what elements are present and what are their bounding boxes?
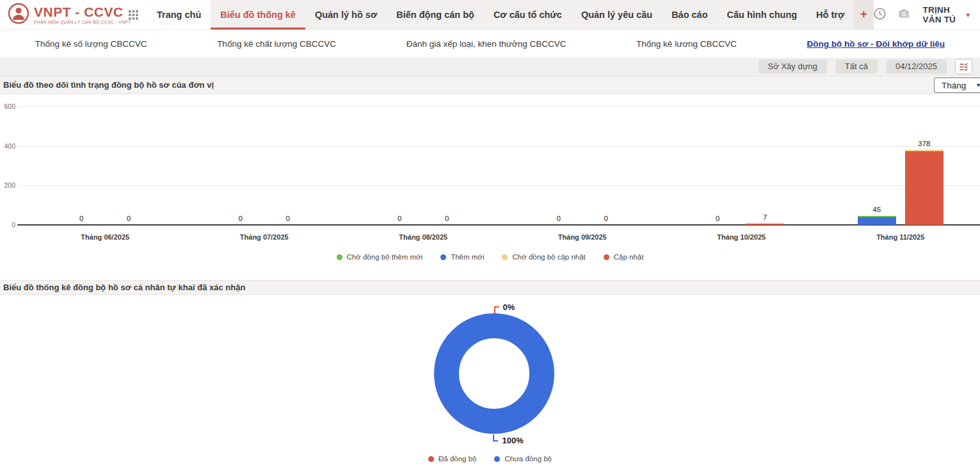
user-area: TRỊNH VĂN TÚ ▾ [874, 0, 980, 29]
bar-value-label: 0 [540, 215, 578, 222]
x-axis-category-label: Tháng 06/2025 [26, 233, 184, 241]
submenu-item-3[interactable]: Thống kê lương CBCCVC [636, 39, 737, 49]
gridline [17, 106, 980, 107]
nav-tab-2[interactable]: Quản lý hồ sơ [305, 0, 387, 29]
submenu-item-2[interactable]: Đánh giá xếp loại, khen thưởng CBCCVC [406, 39, 566, 49]
x-axis-category-label: Tháng 09/2025 [503, 233, 662, 241]
bar-value-label: 45 [858, 206, 896, 213]
bar-value-label: 0 [587, 215, 625, 222]
legend-label: Chờ đồng bộ cập nhật [512, 253, 585, 261]
x-axis-baseline [17, 224, 980, 226]
legend-item: Chưa đồng bộ [494, 455, 552, 463]
legend-item: Cập nhật [604, 253, 644, 261]
bar-segment [858, 217, 896, 225]
y-tick-label: 0 [0, 221, 15, 229]
bar-chart-title: Biểu đồ theo dõi tình trạng đồng bộ hồ s… [3, 80, 214, 90]
legend-item: Đã đồng bộ [428, 455, 476, 463]
x-axis-category-label: Tháng 07/2025 [185, 233, 344, 241]
bar-value-label: 0 [380, 215, 419, 222]
caret-down-icon: ▾ [977, 82, 980, 88]
add-tab-button[interactable]: + [854, 0, 873, 29]
logo-subtitle: PHẦN MỀM QUẢN LÝ CÁN BỘ CCVC - VNPT [34, 20, 131, 24]
nav-tab-8[interactable]: Hỗ trợ [807, 0, 854, 29]
caret-down-icon: ▾ [966, 12, 970, 19]
x-axis-category-label: Tháng 10/2025 [662, 233, 821, 241]
filter-bar: Sở Xây dựng Tất cả 04/12/2025 [0, 58, 980, 76]
legend-color-dot [502, 254, 508, 260]
bar-value-label: 0 [698, 215, 737, 222]
legend-label: Thêm mới [451, 253, 484, 261]
period-select-value: Tháng [942, 81, 966, 90]
legend-item: Chờ đồng bộ thêm mới [337, 253, 423, 261]
self-declared-sync-donut-chart: 0% 100% Đã đồng bộChưa đồng bộ [0, 295, 980, 469]
period-select[interactable]: Tháng ▾ [934, 78, 980, 93]
camera-avatar-icon [899, 9, 910, 21]
submenu-item-1[interactable]: Thống kê chất lượng CBCCVC [217, 39, 336, 49]
checklist-icon[interactable] [955, 59, 972, 74]
legend-label: Chờ đồng bộ thêm mới [347, 253, 423, 261]
legend-label: Đã đồng bộ [438, 455, 476, 463]
donut-legend: Đã đồng bộChưa đồng bộ [0, 455, 980, 463]
legend-color-dot [440, 254, 446, 260]
legend-item: Chờ đồng bộ cập nhật [502, 253, 585, 261]
y-tick-label: 200 [0, 181, 15, 189]
donut-chart-titlebar: Biểu đồ thống kê đồng bộ hồ sơ cá nhân t… [0, 280, 980, 295]
logo-title: VNPT - CCVC [34, 5, 131, 19]
scope-filter-button[interactable]: Tất cả [835, 60, 878, 74]
person-circle-logo-icon [8, 3, 29, 27]
legend-color-dot [604, 254, 609, 260]
donut-label-zero-percent: 0% [503, 302, 515, 312]
submenu-item-4[interactable]: Đồng bộ hồ sơ - Đối khớp dữ liệu [807, 39, 945, 49]
nav-tab-1[interactable]: Biểu đồ thống kê [211, 0, 305, 29]
legend-item: Thêm mới [440, 253, 484, 261]
sync-status-bar-chart: 020040060000Tháng 06/202500Tháng 07/2025… [0, 94, 980, 280]
top-header: VNPT - CCVC PHẦN MỀM QUẢN LÝ CÁN BỘ CCVC… [0, 0, 980, 30]
donut-label-hundred-percent: 100% [502, 436, 524, 445]
nav-tab-6[interactable]: Báo cáo [662, 0, 717, 29]
bar-chart-titlebar: Biểu đồ theo dõi tình trạng đồng bộ hồ s… [0, 76, 980, 94]
nav-tab-0[interactable]: Trang chủ [147, 0, 211, 29]
legend-color-dot [494, 456, 500, 462]
bar-value-label: 0 [428, 215, 466, 222]
donut-ring [434, 313, 554, 434]
bar-value-label: 0 [269, 215, 307, 222]
bar-segment [858, 216, 896, 217]
bar-segment [746, 224, 784, 225]
unit-filter-button[interactable]: Sở Xây dựng [759, 60, 827, 74]
statistics-submenu: Thống kê số lượng CBCCVCThống kê chất lư… [0, 30, 980, 58]
donut-chart-title: Biểu đồ thống kê đồng bộ hồ sơ cá nhân t… [3, 283, 245, 292]
app-logo: VNPT - CCVC PHẦN MỀM QUẢN LÝ CÁN BỘ CCVC… [0, 0, 119, 29]
user-name: TRỊNH VĂN TÚ [923, 5, 961, 24]
clock-icon[interactable] [874, 8, 886, 22]
y-tick-label: 600 [0, 103, 15, 110]
x-axis-category-label: Tháng 11/2025 [821, 233, 980, 241]
legend-label: Cập nhật [614, 253, 644, 261]
legend-label: Chưa đồng bộ [504, 455, 552, 463]
y-tick-label: 400 [0, 142, 15, 150]
vnpt-ccvc-app: VNPT - CCVC PHẦN MỀM QUẢN LÝ CÁN BỘ CCVC… [0, 0, 980, 469]
bar-value-label: 0 [109, 215, 148, 222]
legend-color-dot [337, 254, 342, 260]
gridline [17, 185, 980, 186]
bar-value-label: 0 [62, 215, 100, 222]
bar-value-label: 7 [746, 213, 784, 221]
donut-leader-line-bottom-h [493, 440, 498, 441]
submenu-item-0[interactable]: Thống kê số lượng CBCCVC [35, 39, 147, 49]
bar-segment [905, 151, 944, 225]
gridline [17, 146, 980, 147]
nav-tab-4[interactable]: Cơ cấu tổ chức [484, 0, 572, 29]
x-axis-category-label: Tháng 08/2025 [344, 233, 502, 241]
bar-segment [905, 150, 944, 151]
nav-tab-7[interactable]: Cấu hình chung [718, 0, 807, 29]
nav-tab-3[interactable]: Biến động cán bộ [387, 0, 484, 29]
main-nav: Trang chủBiểu đồ thống kêQuản lý hồ sơBi… [147, 0, 854, 29]
user-menu-button[interactable]: TRỊNH VĂN TÚ ▾ [923, 5, 970, 24]
donut-leader-line-top-h [494, 306, 499, 308]
bar-value-label: 0 [221, 215, 260, 222]
bar-chart-legend: Chờ đồng bộ thêm mớiThêm mớiChờ đồng bộ … [0, 253, 980, 261]
apps-grid-icon[interactable] [119, 0, 147, 29]
nav-tab-5[interactable]: Quản lý yêu cầu [572, 0, 662, 29]
date-filter-button[interactable]: 04/12/2025 [886, 60, 947, 74]
legend-color-dot [428, 456, 434, 462]
bar-value-label: 378 [905, 140, 944, 147]
